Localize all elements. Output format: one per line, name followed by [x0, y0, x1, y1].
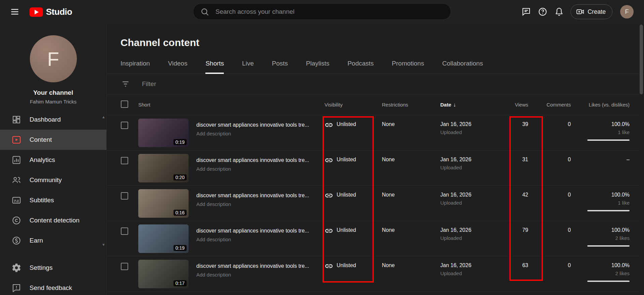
unlisted-link-icon — [325, 262, 333, 270]
video-thumbnail[interactable]: 0:17 — [138, 260, 189, 288]
sidebar-item-settings[interactable]: Settings — [0, 258, 106, 278]
channel-search — [193, 3, 451, 20]
create-button[interactable]: Create — [571, 4, 612, 19]
sidebar-scroll-down-arrow[interactable]: ▼ — [102, 243, 105, 247]
tab-videos[interactable]: Videos — [168, 60, 188, 74]
visibility-value: Unlisted — [337, 227, 356, 233]
date-status: Uploaded — [440, 200, 505, 206]
visibility-cell[interactable]: Unlisted — [325, 221, 382, 256]
select-all-checkbox[interactable] — [121, 100, 128, 108]
restrictions-value: None — [382, 256, 440, 291]
table-row[interactable]: 0:19 discover smart appliances innovativ… — [107, 221, 639, 256]
add-description-link[interactable]: Add description — [196, 272, 325, 278]
copyright-icon — [11, 215, 21, 225]
add-description-link[interactable]: Add description — [196, 237, 325, 242]
unlisted-link-icon — [325, 191, 333, 200]
settings-gear-icon — [11, 263, 21, 273]
sidebar-scroll-up-arrow[interactable]: ▲ — [102, 115, 105, 119]
likes-percent: 100.0% — [573, 227, 630, 233]
visibility-cell[interactable]: Unlisted — [325, 256, 382, 291]
video-title[interactable]: discover smart appliances innovative too… — [196, 227, 320, 235]
vertical-scrollbar-thumb[interactable] — [640, 25, 643, 94]
column-header-likes[interactable]: Likes (vs. dislikes) — [573, 102, 632, 108]
column-header-visibility[interactable]: Visibility — [325, 102, 382, 108]
notifications-bell-icon[interactable] — [554, 7, 564, 17]
likes-ratio-bar — [587, 245, 630, 247]
sidebar: F Your channel Fahim Mamun Tricks Dashbo… — [0, 24, 107, 295]
tab-playlists[interactable]: Playlists — [306, 60, 330, 74]
tab-live[interactable]: Live — [242, 60, 254, 74]
sidebar-item-analytics[interactable]: Analytics — [0, 150, 106, 170]
tab-promotions[interactable]: Promotions — [392, 60, 424, 74]
video-thumbnail[interactable]: 0:19 — [138, 224, 189, 253]
tab-shorts[interactable]: Shorts — [205, 60, 224, 74]
video-thumbnail[interactable]: 0:19 — [138, 119, 189, 147]
sidebar-item-label: Subtitles — [30, 197, 54, 204]
channel-avatar[interactable]: F — [30, 35, 77, 82]
row-checkbox[interactable] — [121, 263, 128, 270]
table-row[interactable]: 0:17 discover smart appliances innovativ… — [107, 256, 639, 292]
tab-collaborations[interactable]: Collaborations — [442, 60, 483, 74]
column-header-views[interactable]: Views — [505, 102, 531, 108]
row-checkbox[interactable] — [121, 122, 128, 129]
visibility-cell[interactable]: Unlisted — [325, 115, 382, 150]
table-row[interactable]: 0:19 discover smart appliances innovativ… — [107, 115, 639, 151]
date-value: Jan 16, 2026 — [440, 227, 505, 233]
likes-count: 1 like — [573, 200, 630, 206]
comments-value: 0 — [531, 115, 573, 150]
views-value: 63 — [505, 256, 531, 291]
sidebar-item-label: Settings — [30, 264, 53, 271]
add-description-link[interactable]: Add description — [196, 166, 325, 172]
youtube-studio-app: Studio Create F F Your channel Fahim Mam… — [0, 0, 644, 295]
topbar: Studio Create F — [0, 0, 644, 24]
column-header-comments[interactable]: Comments — [531, 102, 573, 108]
column-header-restrictions[interactable]: Restrictions — [382, 102, 440, 108]
account-avatar[interactable]: F — [620, 5, 634, 18]
studio-logo[interactable]: Studio — [30, 7, 72, 17]
filter-input[interactable] — [142, 80, 310, 88]
sidebar-item-label: Content detection — [30, 217, 80, 224]
likes-count: 2 likes — [573, 270, 630, 276]
subtitles-icon — [11, 195, 21, 205]
tab-posts[interactable]: Posts — [272, 60, 288, 74]
video-title[interactable]: discover smart appliances innovative too… — [196, 157, 320, 164]
sidebar-item-earn[interactable]: Earn — [0, 230, 106, 251]
video-thumbnail[interactable]: 0:16 — [138, 189, 189, 218]
tab-inspiration[interactable]: Inspiration — [120, 60, 150, 74]
row-checkbox[interactable] — [121, 227, 128, 235]
sidebar-item-subtitles[interactable]: Subtitles — [0, 190, 106, 210]
column-header-date[interactable]: Date↓ — [440, 102, 505, 108]
unlisted-link-icon — [325, 226, 333, 235]
sidebar-item-community[interactable]: Community — [0, 170, 106, 190]
row-checkbox[interactable] — [121, 192, 128, 200]
visibility-cell[interactable]: Unlisted — [325, 186, 382, 221]
date-status: Uploaded — [440, 165, 505, 170]
sidebar-item-send-feedback[interactable]: Send feedback — [0, 278, 106, 295]
sidebar-item-dashboard[interactable]: Dashboard — [0, 110, 106, 130]
video-title[interactable]: discover smart appliances innovative too… — [196, 121, 320, 129]
video-camera-plus-icon — [576, 7, 585, 16]
add-description-link[interactable]: Add description — [196, 201, 325, 207]
comments-value: 0 — [531, 151, 573, 185]
video-thumbnail[interactable]: 0:20 — [138, 154, 189, 182]
views-value: 31 — [505, 151, 531, 185]
menu-icon[interactable] — [10, 7, 19, 16]
video-title[interactable]: discover smart appliances innovative too… — [196, 192, 320, 199]
tab-podcasts[interactable]: Podcasts — [347, 60, 374, 74]
sidebar-item-label: Send feedback — [30, 284, 72, 292]
table-row[interactable]: 0:16 discover smart appliances innovativ… — [107, 186, 639, 221]
feedback-icon[interactable] — [521, 7, 531, 17]
help-icon[interactable] — [538, 7, 548, 17]
duration-badge: 0:20 — [174, 174, 187, 180]
visibility-cell[interactable]: Unlisted — [325, 151, 382, 185]
likes-percent: – — [573, 157, 630, 163]
sidebar-item-content[interactable]: Content — [0, 130, 106, 150]
likes-percent: 100.0% — [573, 192, 630, 198]
table-row[interactable]: 0:20 discover smart appliances innovativ… — [107, 151, 639, 186]
add-description-link[interactable]: Add description — [196, 131, 325, 136]
video-title[interactable]: discover smart appliances innovative too… — [196, 262, 320, 270]
sidebar-item-content-detection[interactable]: Content detection — [0, 210, 106, 230]
row-checkbox[interactable] — [121, 157, 128, 164]
search-icon — [200, 7, 209, 16]
search-input[interactable] — [215, 8, 443, 15]
